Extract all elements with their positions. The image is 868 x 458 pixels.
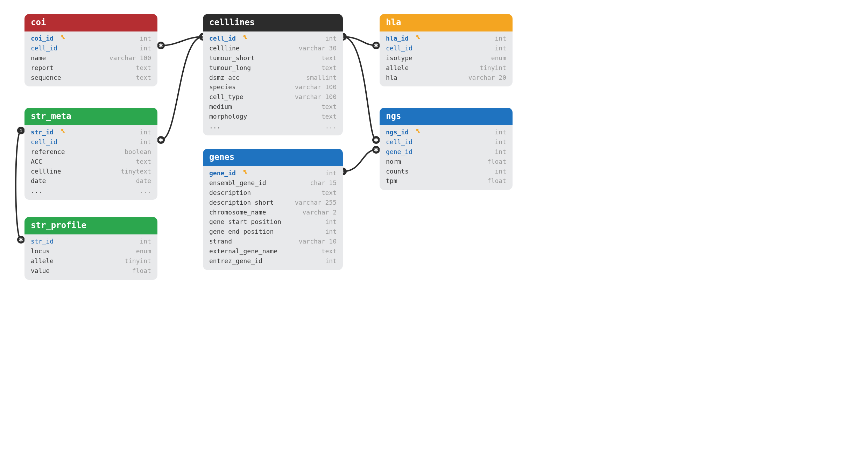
key-icon bbox=[57, 33, 68, 43]
field-row: ACCtext bbox=[31, 157, 151, 167]
field-type: text bbox=[136, 73, 151, 83]
table-genes: genesgene_id intensembl_gene_idchar 15de… bbox=[203, 149, 343, 270]
table-header: genes bbox=[203, 149, 343, 166]
table-coi: coicoi_id intcell_idintnamevarchar 100re… bbox=[24, 14, 157, 86]
field-type: boolean bbox=[125, 147, 151, 157]
field-name: str_id bbox=[31, 237, 54, 246]
field-name: cell_id bbox=[31, 43, 57, 53]
field-type: enum bbox=[491, 53, 506, 63]
endpoint-many: ✱ bbox=[372, 42, 380, 49]
endpoint-many: ✱ bbox=[372, 146, 380, 154]
field-name: ... bbox=[209, 121, 221, 131]
field-name: counts bbox=[386, 167, 409, 176]
field-name: ACC bbox=[31, 157, 42, 167]
table-body: hla_id intcell_idintisotypeenumalleletin… bbox=[380, 31, 513, 86]
table-header: str_profile bbox=[24, 217, 157, 234]
table-header: str_meta bbox=[24, 108, 157, 125]
field-name: tpm bbox=[386, 176, 397, 186]
field-row: celllinetinytext bbox=[31, 167, 151, 176]
field-name: ensembl_gene_id bbox=[209, 178, 266, 188]
field-row: cell_typevarchar 100 bbox=[209, 92, 337, 102]
field-name: ngs_id bbox=[386, 127, 419, 137]
field-name: description_short bbox=[209, 198, 274, 207]
field-row: cell_idint bbox=[386, 137, 506, 147]
field-name: cell_id bbox=[31, 137, 57, 147]
table-str-meta: str_metastr_id intcell_idintreferenceboo… bbox=[24, 108, 157, 200]
field-row: str_idint bbox=[31, 237, 151, 246]
field-row: chromosome_namevarchar 2 bbox=[209, 207, 337, 217]
table-body: str_id intcell_idintreferencebooleanACCt… bbox=[24, 125, 157, 200]
field-row: speciesvarchar 100 bbox=[209, 82, 337, 92]
field-row: datedate bbox=[31, 176, 151, 186]
field-name: coi_id bbox=[31, 34, 64, 43]
field-type: varchar 10 bbox=[299, 237, 337, 246]
field-name: ... bbox=[31, 186, 42, 196]
field-row: description_shortvarchar 255 bbox=[209, 198, 337, 207]
field-type: tinyint bbox=[125, 256, 151, 266]
field-type: varchar 255 bbox=[295, 198, 337, 207]
field-name: gene_start_position bbox=[209, 217, 281, 227]
key-icon bbox=[412, 33, 423, 43]
field-type: text bbox=[322, 53, 337, 63]
field-row: ensembl_gene_idchar 15 bbox=[209, 178, 337, 188]
field-row: ...... bbox=[209, 121, 337, 131]
field-name: value bbox=[31, 266, 50, 276]
field-name: reference bbox=[31, 147, 65, 157]
field-name: norm bbox=[386, 157, 401, 167]
table-body: cell_id intcelllinevarchar 30tumour_shor… bbox=[203, 31, 343, 135]
field-name: chromosome_name bbox=[209, 207, 266, 217]
field-type: text bbox=[136, 157, 151, 167]
field-type: smallint bbox=[306, 73, 337, 83]
field-row: celllinevarchar 30 bbox=[209, 43, 337, 53]
field-name: hla bbox=[386, 73, 397, 83]
field-type: int bbox=[495, 137, 506, 147]
field-type: int bbox=[325, 217, 337, 227]
table-hla: hlahla_id intcell_idintisotypeenumallele… bbox=[380, 14, 513, 86]
field-row: tumour_longtext bbox=[209, 63, 337, 73]
field-type: int bbox=[140, 137, 151, 147]
field-type: date bbox=[136, 176, 151, 186]
field-type: ... bbox=[325, 121, 337, 131]
field-row: tumour_shorttext bbox=[209, 53, 337, 63]
table-ngs: ngsngs_id intcell_idintgene_idintnormflo… bbox=[380, 108, 513, 190]
field-name: locus bbox=[31, 246, 50, 256]
field-name: tumour_short bbox=[209, 53, 255, 63]
field-row: gene_start_positionint bbox=[209, 217, 337, 227]
field-row: sequencetext bbox=[31, 73, 151, 83]
field-type: text bbox=[322, 102, 337, 112]
field-row: cell_idint bbox=[31, 43, 151, 53]
field-name: isotype bbox=[386, 53, 412, 63]
field-name: hla_id bbox=[386, 34, 419, 43]
field-name: report bbox=[31, 63, 54, 73]
table-body: str_idintlocusenumalleletinyintvaluefloa… bbox=[24, 234, 157, 280]
field-type: int bbox=[140, 34, 151, 43]
field-name: name bbox=[31, 53, 46, 63]
field-name: external_gene_name bbox=[209, 246, 277, 256]
field-name: morphology bbox=[209, 112, 247, 121]
field-row: gene_end_positionint bbox=[209, 227, 337, 237]
endpoint-many: ✱ bbox=[17, 236, 25, 244]
field-row: str_id int bbox=[31, 127, 151, 137]
field-row: strandvarchar 10 bbox=[209, 237, 337, 246]
field-type: float bbox=[487, 176, 506, 186]
field-type: int bbox=[325, 34, 337, 43]
field-type: int bbox=[325, 168, 337, 178]
field-name: species bbox=[209, 82, 236, 92]
field-type: int bbox=[140, 237, 151, 246]
field-name: allele bbox=[386, 63, 409, 73]
table-body: coi_id intcell_idintnamevarchar 100repor… bbox=[24, 31, 157, 86]
table-header: ngs bbox=[380, 108, 513, 125]
field-row: coi_id int bbox=[31, 34, 151, 43]
endpoint-many: ✱ bbox=[157, 42, 165, 49]
field-name: gene_end_position bbox=[209, 227, 274, 237]
field-name: sequence bbox=[31, 73, 61, 83]
table-celllines: celllinescell_id intcelllinevarchar 30tu… bbox=[203, 14, 343, 135]
field-type: text bbox=[322, 63, 337, 73]
field-row: external_gene_nametext bbox=[209, 246, 337, 256]
field-row: dsmz_accsmallint bbox=[209, 73, 337, 83]
field-name: cell_id bbox=[386, 43, 412, 53]
field-row: valuefloat bbox=[31, 266, 151, 276]
table-body: gene_id intensembl_gene_idchar 15descrip… bbox=[203, 166, 343, 270]
field-type: int bbox=[495, 167, 506, 176]
field-type: enum bbox=[136, 246, 151, 256]
